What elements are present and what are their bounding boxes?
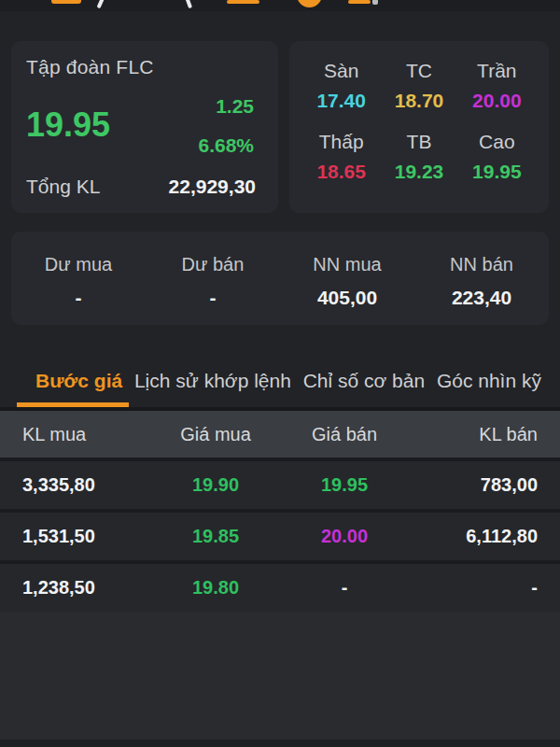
- tab-chi-so-co-ban[interactable]: Chỉ số cơ bản: [303, 370, 426, 392]
- header-text-fragment: [372, 0, 378, 5]
- header-text-fragment: [185, 0, 192, 8]
- gia-mua-cell: 19.80: [151, 577, 280, 599]
- kl-mua-cell: 1,531,50: [22, 526, 151, 547]
- gia-ban-cell: 20.00: [280, 526, 409, 547]
- price-range-card: Sàn 17.40 TC 18.70 Trần 20.00 Thấp 18.65…: [289, 41, 549, 213]
- menu-icon[interactable]: [227, 0, 259, 4]
- stat-high: Cao 19.95: [458, 131, 536, 198]
- table-row[interactable]: 1,238,50 19.80 - -: [0, 560, 560, 612]
- col-kl-ban: KL bán: [409, 424, 538, 445]
- gia-mua-cell: 19.85: [151, 526, 280, 547]
- stock-detail-screen: Tập đoàn FLC 19.95 1.25 6.68% Tổng KL 22…: [0, 0, 560, 747]
- last-price: 19.95: [26, 106, 110, 144]
- gia-ban-cell: 19.95: [280, 474, 409, 496]
- col-kl-mua: KL mua: [22, 424, 151, 445]
- table-row[interactable]: 1,531,50 19.85 20.00 6,112,80: [0, 509, 560, 560]
- stat-reference: TC 18.70: [380, 60, 457, 127]
- bottom-edge-bar: [0, 740, 560, 747]
- foreign-buy: NN mua 405,00: [280, 254, 414, 309]
- kl-mua-cell: 1,238,50: [22, 577, 151, 599]
- app-header-cutoff: [0, 0, 560, 11]
- kl-ban-cell: 6,112,80: [409, 526, 538, 547]
- stat-low: Thấp 18.65: [302, 131, 380, 198]
- kl-ban-cell: -: [409, 577, 538, 599]
- detail-tab-bar: Bước giá Lịch sử khớp lệnh Chỉ số cơ bản…: [0, 362, 560, 411]
- header-text-fragment: [97, 0, 105, 8]
- stat-ceiling: Trần 20.00: [458, 60, 536, 127]
- stat-floor: Sàn 17.40: [302, 60, 380, 127]
- stat-average: TB 19.23: [380, 131, 457, 198]
- tab-goc-nhin-ky[interactable]: Góc nhìn kỹ: [437, 370, 541, 392]
- company-name: Tập đoàn FLC: [26, 56, 259, 78]
- kl-mua-cell: 3,335,80: [22, 474, 151, 496]
- price-change-percent: 6.68%: [198, 134, 254, 157]
- active-tab-underline: [17, 402, 129, 407]
- total-volume-label: Tổng KL: [26, 176, 100, 198]
- empty-area: [0, 612, 560, 740]
- quote-card: Tập đoàn FLC 19.95 1.25 6.68% Tổng KL 22…: [11, 41, 278, 213]
- residual-sell: Dư bán -: [146, 254, 280, 309]
- tab-lich-su-khop-lenh[interactable]: Lịch sử khớp lệnh: [134, 370, 291, 392]
- col-gia-mua: Giá mua: [151, 424, 280, 445]
- tab-buoc-gia[interactable]: Bước giá: [35, 370, 122, 392]
- header-text-fragment: [51, 0, 81, 4]
- bell-icon[interactable]: [297, 0, 322, 7]
- order-book-header: KL mua Giá mua Giá bán KL bán: [0, 411, 560, 458]
- gia-mua-cell: 19.90: [151, 474, 280, 496]
- residual-buy: Dư mua -: [11, 254, 146, 309]
- total-volume-value: 22,929,30: [169, 176, 259, 198]
- order-book-body: 3,335,80 19.90 19.95 783,00 1,531,50 19.…: [0, 458, 560, 612]
- table-row[interactable]: 3,335,80 19.90 19.95 783,00: [0, 458, 560, 509]
- order-summary-card: Dư mua - Dư bán - NN mua 405,00 NN bán 2…: [11, 232, 549, 325]
- gia-ban-cell: -: [280, 577, 409, 599]
- col-gia-ban: Giá bán: [280, 424, 409, 445]
- foreign-sell: NN bán 223,40: [414, 254, 549, 309]
- chart-icon[interactable]: [348, 0, 371, 4]
- price-change: 1.25: [198, 95, 254, 118]
- kl-ban-cell: 783,00: [409, 474, 538, 496]
